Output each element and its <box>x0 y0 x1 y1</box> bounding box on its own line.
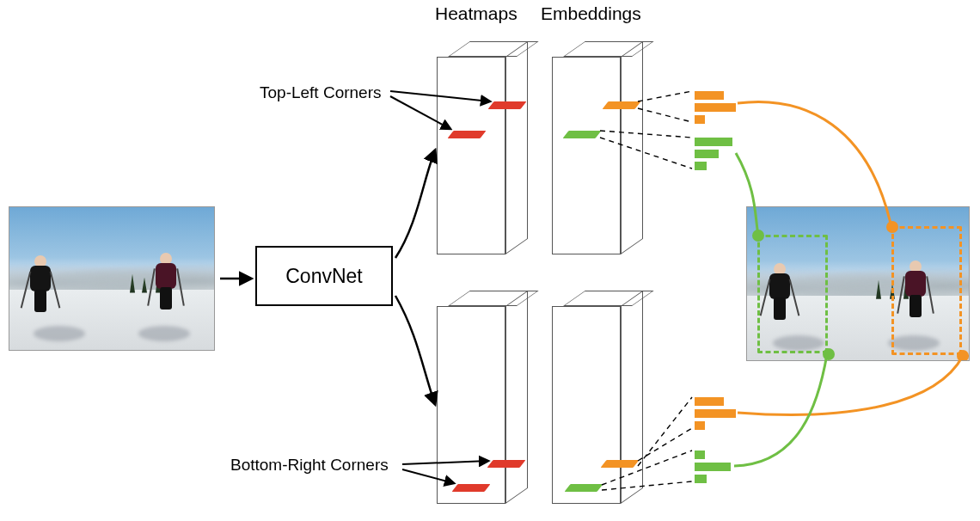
hist-tl-green-1 <box>695 138 732 146</box>
embed-bar-br-orange <box>600 460 639 468</box>
header-embeddings: Embeddings <box>541 3 641 24</box>
hist-br-green-3 <box>695 475 707 483</box>
bbox-green-br-dot <box>823 348 835 360</box>
embed-bar-tl-orange <box>602 101 640 109</box>
hist-tl-green-2 <box>695 150 719 158</box>
input-person-1 <box>28 255 52 316</box>
bbox-green-tl-dot <box>752 230 764 242</box>
embed-bar-br-green <box>564 484 603 492</box>
hist-br-green-2 <box>695 463 731 471</box>
heatmap-bar-br-1 <box>487 460 525 468</box>
bbox-orange <box>891 226 962 355</box>
convnet-label: ConvNet <box>285 265 362 288</box>
svg-line-9 <box>638 428 692 461</box>
svg-line-6 <box>638 108 692 122</box>
header-heatmaps: Heatmaps <box>435 3 518 24</box>
hist-br-orange-2 <box>695 409 736 418</box>
heatmap-bar-tl-2 <box>447 131 486 138</box>
hist-br-orange-1 <box>695 397 724 406</box>
svg-line-5 <box>638 91 692 101</box>
label-top-left-corners: Top-Left Corners <box>260 83 382 102</box>
embed-bar-tl-green <box>562 131 601 138</box>
convnet-block: ConvNet <box>255 246 393 306</box>
bbox-orange-br-dot <box>957 350 969 361</box>
hist-tl-orange-1 <box>695 91 724 100</box>
input-person-2 <box>154 253 178 313</box>
input-image <box>9 206 215 351</box>
diagram-stage: Heatmaps Embeddings ConvNet Top-Left Cor… <box>0 0 980 521</box>
hist-tl-green-3 <box>695 162 707 170</box>
hist-br-orange-3 <box>695 421 705 430</box>
svg-line-10 <box>638 397 692 466</box>
label-bottom-right-corners: Bottom-Right Corners <box>230 456 389 475</box>
bbox-green <box>757 235 828 353</box>
heatmap-bar-br-2 <box>451 484 490 492</box>
hist-tl-orange-3 <box>695 115 705 124</box>
hist-tl-orange-2 <box>695 103 736 112</box>
bbox-orange-tl-dot <box>886 221 898 233</box>
output-image <box>746 206 970 361</box>
heatmap-bar-tl-1 <box>487 101 526 109</box>
hist-br-green-1 <box>695 451 705 459</box>
